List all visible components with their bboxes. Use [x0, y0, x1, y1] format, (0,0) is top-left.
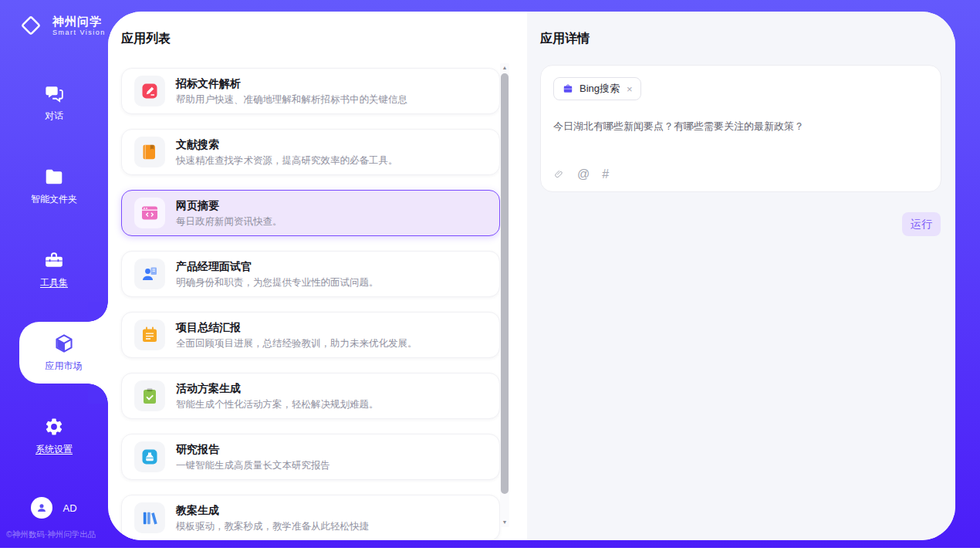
app-list-item[interactable]: 教案生成 模板驱动，教案秒成，教学准备从此轻松快捷	[121, 495, 500, 540]
ink-bottle-icon	[140, 448, 159, 466]
app-list: 招标文件解析 帮助用户快速、准确地理解和解析招标书中的关键信息 文献搜索 快速精…	[121, 68, 527, 540]
sidebar-item-toolset[interactable]: 工具集	[0, 238, 108, 300]
toolbox-icon	[44, 250, 64, 270]
app-list-item[interactable]: 文献搜索 快速精准查找学术资源，提高研究效率的必备工具。	[121, 129, 500, 175]
app-item-description: 每日政府新闻资讯快查。	[176, 216, 282, 228]
app-item-description: 智能生成个性化活动方案，轻松解决规划难题。	[176, 399, 379, 411]
briefcase-icon	[562, 83, 574, 95]
app-item-description: 明确身份和职责，为您提供专业性的面试问题。	[176, 277, 379, 289]
app-list-item[interactable]: 招标文件解析 帮助用户快速、准确地理解和解析招标书中的关键信息	[121, 68, 500, 114]
app-item-name: 教案生成	[176, 504, 369, 517]
sidebar-item-settings[interactable]: 系统设置	[0, 405, 108, 467]
app-item-description: 帮助用户快速、准确地理解和解析招标书中的关键信息	[176, 94, 407, 106]
brand-logo: 神州问学 Smart Vision	[0, 0, 108, 41]
app-list-panel: 应用列表 招标文件解析 帮助用户快速、准确地理解和解析招标书中的关键信息 文献搜…	[108, 12, 527, 540]
sidebar-item-label: 智能文件夹	[31, 193, 77, 206]
run-button[interactable]: 运行	[902, 212, 941, 236]
app-item-name: 项目总结汇报	[176, 321, 417, 334]
app-item-name: 文献搜索	[176, 138, 398, 151]
pen-square-icon	[140, 82, 159, 100]
books-icon	[140, 509, 159, 527]
calendar-note-icon	[140, 326, 159, 344]
mention-icon[interactable]: @	[577, 168, 590, 181]
app-item-description: 快速精准查找学术资源，提高研究效率的必备工具。	[176, 155, 398, 167]
cube-icon	[54, 333, 74, 353]
sidebar-item-chat[interactable]: 对话	[0, 72, 108, 134]
app-item-name: 网页摘要	[176, 199, 282, 212]
app-window: 神州问学 Smart Vision 对话 智能文件夹 工具集 应用市场 系统设置…	[0, 0, 980, 551]
user-icon	[35, 502, 48, 514]
person-doc-icon	[140, 265, 159, 283]
sidebar: 神州问学 Smart Vision 对话 智能文件夹 工具集 应用市场 系统设置…	[0, 0, 108, 548]
tool-chip-label: Bing搜索	[580, 82, 620, 96]
sidebar-item-smart-folder[interactable]: 智能文件夹	[0, 155, 108, 217]
sidebar-nav: 对话 智能文件夹 工具集 应用市场 系统设置	[0, 72, 108, 488]
brand-subtitle: Smart Vision	[52, 29, 106, 36]
copyright: ©神州数码·神州问学出品	[0, 529, 108, 540]
sidebar-item-label: 工具集	[40, 276, 68, 289]
app-item-description: 模板驱动，教案秒成，教学准备从此轻松快捷	[176, 521, 369, 532]
sidebar-item-label: 应用市场	[46, 360, 83, 373]
app-item-description: 一键智能生成高质量长文本研究报告	[176, 460, 330, 472]
paperclip-icon[interactable]	[553, 169, 565, 181]
sidebar-item-label: 对话	[45, 110, 63, 123]
query-text[interactable]: 今日湖北有哪些新闻要点？有哪些需要关注的最新政策？	[553, 120, 928, 134]
brand-name: 神州问学	[52, 15, 106, 29]
user-initials: AD	[63, 502, 76, 514]
app-list-item[interactable]: 网页摘要 每日政府新闻资讯快查。	[121, 190, 500, 236]
hash-icon[interactable]: #	[602, 168, 609, 181]
app-item-description: 全面回顾项目进展，总结经验教训，助力未来优化发展。	[176, 338, 417, 350]
tool-chip-bing-search[interactable]: Bing搜索 ×	[553, 77, 641, 100]
app-detail-title: 应用详情	[540, 31, 943, 47]
sidebar-item-label: 系统设置	[35, 443, 73, 456]
prompt-toolbar: @ #	[553, 168, 928, 181]
scrollbar[interactable]: ▲ ▼	[500, 63, 509, 527]
chip-close-icon[interactable]: ×	[627, 83, 633, 95]
scroll-down-icon[interactable]: ▼	[500, 519, 509, 526]
app-list-item[interactable]: 研究报告 一键智能生成高质量长文本研究报告	[121, 434, 500, 480]
app-detail-panel: 应用详情 Bing搜索 × 今日湖北有哪些新闻要点？有哪些需要关注的最新政策？ …	[527, 12, 955, 540]
purple-frame: 神州问学 Smart Vision 对话 智能文件夹 工具集 应用市场 系统设置…	[0, 0, 980, 548]
avatar	[31, 497, 52, 519]
book-icon	[140, 143, 159, 161]
user-profile[interactable]: AD	[0, 497, 108, 519]
gear-icon	[44, 417, 64, 437]
app-list-item[interactable]: 项目总结汇报 全面回顾项目进展，总结经验教训，助力未来优化发展。	[121, 312, 500, 358]
app-item-name: 研究报告	[176, 443, 330, 456]
prompt-card: Bing搜索 × 今日湖北有哪些新闻要点？有哪些需要关注的最新政策？ @ #	[540, 65, 941, 192]
main-content: 应用列表 招标文件解析 帮助用户快速、准确地理解和解析招标书中的关键信息 文献搜…	[108, 12, 955, 540]
scroll-up-icon[interactable]: ▲	[500, 64, 509, 72]
app-item-name: 活动方案生成	[176, 382, 379, 395]
app-list-item[interactable]: 活动方案生成 智能生成个性化活动方案，轻松解决规划难题。	[121, 373, 500, 419]
folder-icon	[44, 167, 64, 187]
app-item-name: 产品经理面试官	[176, 260, 379, 273]
scrollbar-thumb[interactable]	[501, 73, 509, 494]
brand-diamond-icon	[15, 10, 46, 41]
app-list-title: 应用列表	[121, 31, 527, 47]
browser-code-icon	[140, 204, 159, 222]
clipboard-check-icon	[140, 387, 159, 405]
app-list-item[interactable]: 产品经理面试官 明确身份和职责，为您提供专业性的面试问题。	[121, 251, 500, 297]
chat-icon	[44, 83, 64, 103]
sidebar-item-app-market[interactable]: 应用市场	[19, 322, 108, 384]
app-item-name: 招标文件解析	[176, 77, 407, 90]
